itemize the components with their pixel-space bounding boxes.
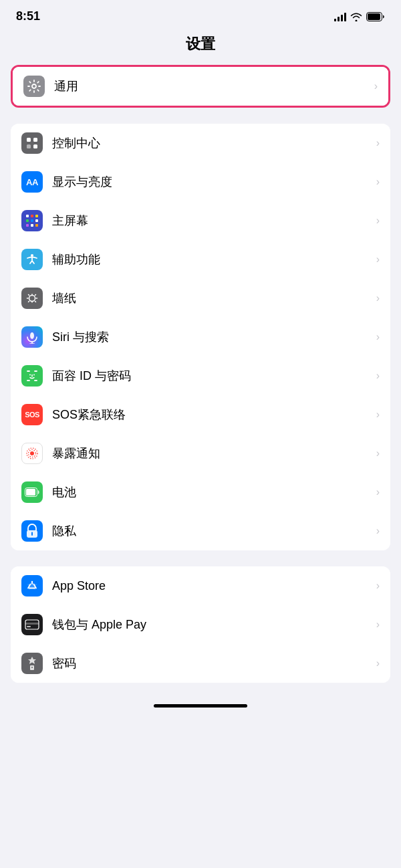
battery-icon [366, 12, 385, 21]
settings-row-siri[interactable]: Siri 与搜索 › [11, 318, 390, 356]
svg-rect-13 [26, 224, 29, 227]
siri-icon [21, 326, 43, 348]
wallpaper-icon [21, 288, 43, 309]
wifi-icon [350, 12, 362, 21]
page-title: 设置 [0, 29, 401, 65]
wallet-chevron: › [376, 619, 380, 631]
face-id-chevron: › [376, 370, 380, 382]
svg-rect-3 [27, 138, 31, 142]
exposure-icon [21, 443, 43, 464]
settings-group-general: 通用 › [11, 65, 390, 108]
svg-point-18 [30, 332, 34, 339]
battery-settings-icon [21, 481, 43, 503]
general-icon [23, 76, 45, 97]
settings-row-wallet[interactable]: 钱包与 Apple Pay › [11, 605, 390, 644]
svg-rect-9 [35, 215, 38, 217]
settings-row-general[interactable]: 通用 › [13, 67, 388, 106]
svg-rect-6 [33, 144, 37, 148]
svg-rect-33 [27, 626, 31, 627]
settings-row-sos[interactable]: SOS SOS紧急联络 › [11, 395, 390, 434]
settings-row-control-center[interactable]: 控制中心 › [11, 124, 390, 162]
face-id-label: 面容 ID 与密码 [52, 368, 376, 384]
svg-point-22 [33, 374, 35, 376]
svg-point-23 [30, 451, 34, 455]
display-icon: AA [21, 171, 43, 193]
display-chevron: › [376, 176, 380, 188]
sos-icon: SOS [21, 404, 43, 425]
home-screen-icon [21, 210, 43, 231]
privacy-chevron: › [376, 525, 380, 537]
settings-row-wallpaper[interactable]: 墙纸 › [11, 279, 390, 318]
settings-group-display: 控制中心 › AA 显示与亮度 › 主屏幕 › [11, 124, 390, 550]
svg-rect-10 [26, 219, 29, 222]
svg-rect-15 [35, 224, 38, 227]
svg-rect-12 [35, 219, 38, 222]
svg-rect-7 [26, 215, 29, 217]
svg-rect-32 [25, 623, 39, 625]
sos-label: SOS紧急联络 [52, 407, 376, 423]
home-indicator [0, 699, 401, 710]
accessibility-chevron: › [376, 253, 380, 265]
svg-point-2 [32, 84, 36, 88]
cellular-signal-icon [334, 12, 346, 21]
settings-row-accessibility[interactable]: 辅助功能 › [11, 240, 390, 279]
wallpaper-label: 墙纸 [52, 290, 376, 306]
sos-chevron: › [376, 409, 380, 421]
home-bar [154, 704, 247, 708]
siri-chevron: › [376, 331, 380, 343]
settings-row-passwords[interactable]: 密码 › [11, 644, 390, 683]
app-store-icon [21, 575, 43, 596]
control-center-label: 控制中心 [52, 135, 376, 151]
status-time: 8:51 [16, 9, 40, 23]
battery-label: 电池 [52, 484, 376, 500]
display-icon-text: AA [26, 177, 38, 187]
sos-icon-text: SOS [25, 411, 39, 419]
exposure-label: 暴露通知 [52, 445, 376, 461]
settings-row-exposure[interactable]: 暴露通知 › [11, 434, 390, 473]
status-bar: 8:51 [0, 0, 401, 29]
display-label: 显示与亮度 [52, 174, 376, 190]
svg-rect-14 [31, 224, 33, 227]
status-icons [334, 12, 385, 21]
settings-group-apps: App Store › 钱包与 Apple Pay › 密码 › [11, 566, 390, 683]
settings-row-face-id[interactable]: 面容 ID 与密码 › [11, 356, 390, 395]
battery-chevron: › [376, 486, 380, 498]
wallpaper-chevron: › [376, 292, 380, 304]
svg-point-29 [31, 532, 33, 534]
settings-row-privacy[interactable]: 隐私 › [11, 512, 390, 550]
app-store-label: App Store [52, 579, 376, 593]
exposure-chevron: › [376, 447, 380, 459]
settings-row-home-screen[interactable]: 主屏幕 › [11, 201, 390, 240]
svg-rect-27 [26, 489, 35, 496]
general-chevron: › [374, 80, 378, 92]
svg-point-21 [29, 374, 31, 376]
home-screen-chevron: › [376, 215, 380, 227]
privacy-label: 隐私 [52, 523, 376, 539]
control-center-chevron: › [376, 137, 380, 149]
svg-rect-1 [368, 13, 380, 20]
wallet-label: 钱包与 Apple Pay [52, 617, 376, 633]
settings-row-battery[interactable]: 电池 › [11, 473, 390, 512]
svg-point-35 [31, 667, 33, 668]
svg-rect-11 [31, 219, 33, 222]
accessibility-icon [21, 249, 43, 270]
svg-point-17 [29, 296, 35, 302]
svg-rect-8 [31, 215, 33, 217]
home-screen-label: 主屏幕 [52, 213, 376, 229]
app-store-chevron: › [376, 580, 380, 592]
passwords-icon [21, 653, 43, 674]
privacy-icon [21, 520, 43, 542]
passwords-label: 密码 [52, 655, 376, 671]
face-id-icon [21, 365, 43, 387]
siri-label: Siri 与搜索 [52, 329, 376, 345]
passwords-chevron: › [376, 657, 380, 669]
svg-rect-4 [33, 138, 37, 142]
svg-rect-5 [27, 144, 31, 148]
svg-point-16 [31, 254, 33, 257]
settings-row-app-store[interactable]: App Store › [11, 566, 390, 605]
general-label: 通用 [54, 78, 374, 94]
settings-row-display[interactable]: AA 显示与亮度 › [11, 162, 390, 201]
svg-point-30 [31, 581, 33, 582]
wallet-icon [21, 614, 43, 635]
control-center-icon [21, 132, 43, 154]
